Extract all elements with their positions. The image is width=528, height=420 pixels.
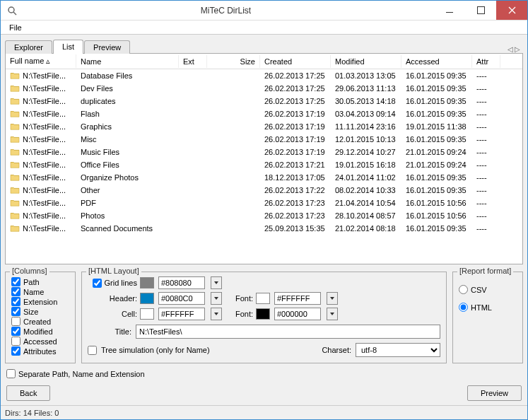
radio-html[interactable] bbox=[459, 303, 468, 312]
gridlines-swatch[interactable] bbox=[140, 277, 154, 288]
window-controls bbox=[434, 1, 527, 20]
chk-path[interactable] bbox=[11, 277, 20, 286]
cell-font-dropdown[interactable] bbox=[327, 308, 338, 320]
tabs-prev-icon[interactable]: ◁ bbox=[508, 45, 513, 53]
titlebar: MiTeC DirList bbox=[1, 1, 527, 21]
cell-font-swatch[interactable] bbox=[256, 308, 270, 320]
minimize-button[interactable] bbox=[434, 1, 465, 20]
folder-icon bbox=[10, 224, 20, 233]
chk-extension[interactable] bbox=[11, 297, 20, 306]
tabs-nav: ◁ ▷ bbox=[508, 45, 523, 53]
title-input[interactable] bbox=[136, 325, 440, 339]
back-button[interactable]: Back bbox=[6, 385, 50, 401]
list-body[interactable]: N:\TestFile...Database Files26.02.2013 1… bbox=[6, 69, 522, 264]
folder-icon bbox=[10, 173, 20, 182]
table-row[interactable]: N:\TestFile...Photos26.02.2013 17:2328.1… bbox=[6, 209, 522, 222]
table-row[interactable]: N:\TestFile...Graphics26.02.2013 17:1911… bbox=[6, 120, 522, 133]
maximize-button[interactable] bbox=[465, 1, 496, 20]
header-font-input[interactable] bbox=[274, 292, 321, 305]
svg-point-0 bbox=[8, 7, 14, 13]
tab-preview[interactable]: Preview bbox=[84, 40, 130, 54]
close-button[interactable] bbox=[496, 1, 527, 20]
col-size[interactable]: Size bbox=[207, 55, 260, 68]
folder-icon bbox=[10, 199, 20, 207]
chk-attributes[interactable] bbox=[11, 346, 20, 356]
header-font-swatch[interactable] bbox=[256, 293, 270, 304]
cell-font-input[interactable] bbox=[274, 308, 321, 320]
cell-swatch[interactable] bbox=[140, 308, 154, 320]
gridlines-color-input[interactable] bbox=[158, 276, 205, 289]
table-row[interactable]: N:\TestFile...Organize Photos18.12.2013 … bbox=[6, 171, 522, 184]
table-row[interactable]: N:\TestFile...Misc26.02.2013 17:1912.01.… bbox=[6, 133, 522, 146]
table-row[interactable]: N:\TestFile...Other26.02.2013 17:2208.02… bbox=[6, 184, 522, 197]
report-legend: [Report format] bbox=[457, 267, 513, 275]
chk-separate[interactable] bbox=[6, 369, 16, 378]
preview-button[interactable]: Preview bbox=[467, 385, 522, 401]
tab-explorer[interactable]: Explorer bbox=[5, 40, 52, 54]
cell-dropdown[interactable] bbox=[211, 308, 222, 320]
col-fullname[interactable]: Full name ▵ bbox=[6, 54, 76, 68]
app-icon bbox=[6, 5, 18, 16]
col-ext[interactable]: Ext bbox=[179, 55, 207, 68]
folder-icon bbox=[10, 211, 20, 220]
columns-fieldset: [Columns] Path Name Extension Size Creat… bbox=[5, 272, 76, 363]
table-row[interactable]: N:\TestFile...Music Files26.02.2013 17:1… bbox=[6, 146, 522, 158]
statusbar: Dirs: 14 Files: 0 bbox=[1, 405, 527, 419]
folder-icon bbox=[10, 135, 20, 144]
gridlines-dropdown[interactable] bbox=[211, 276, 222, 289]
col-created[interactable]: Created bbox=[260, 55, 331, 68]
columns-legend: [Columns] bbox=[10, 267, 49, 275]
header-dropdown[interactable] bbox=[211, 292, 222, 305]
status-text: Dirs: 14 Files: 0 bbox=[5, 409, 59, 417]
folder-icon bbox=[10, 84, 20, 93]
table-row[interactable]: N:\TestFile...PDF26.02.2013 17:2321.04.2… bbox=[6, 197, 522, 209]
table-row[interactable]: N:\TestFile...duplicates26.02.2013 17:25… bbox=[6, 95, 522, 107]
folder-icon bbox=[10, 161, 20, 169]
chk-gridlines[interactable] bbox=[93, 279, 102, 288]
report-format-fieldset: [Report format] CSV HTML bbox=[452, 272, 523, 363]
menubar: File bbox=[1, 21, 527, 35]
folder-icon bbox=[10, 110, 20, 118]
folder-icon bbox=[10, 148, 20, 156]
col-attr[interactable]: Attr bbox=[472, 55, 500, 68]
col-modified[interactable]: Modified bbox=[331, 55, 401, 68]
tabs-next-icon[interactable]: ▷ bbox=[515, 45, 520, 53]
cell-color-input[interactable] bbox=[158, 308, 205, 320]
table-row[interactable]: N:\TestFile...Scanned Documents25.09.201… bbox=[6, 222, 522, 235]
list-header: Full name ▵ Name Ext Size Created Modifi… bbox=[6, 54, 522, 69]
table-row[interactable]: N:\TestFile...Database Files26.02.2013 1… bbox=[6, 69, 522, 82]
folder-icon bbox=[10, 71, 20, 80]
table-row[interactable]: N:\TestFile...Dev Files26.02.2013 17:252… bbox=[6, 82, 522, 95]
folder-icon bbox=[10, 186, 20, 194]
html-layout-fieldset: [HTML Layout] Grid lines Header: Font: bbox=[81, 272, 447, 363]
header-font-dropdown[interactable] bbox=[327, 292, 338, 305]
col-accessed[interactable]: Accessed bbox=[401, 55, 472, 68]
folder-icon bbox=[10, 97, 20, 105]
chk-accessed[interactable] bbox=[11, 337, 20, 346]
header-swatch[interactable] bbox=[140, 293, 154, 304]
svg-line-1 bbox=[13, 12, 16, 15]
chk-modified[interactable] bbox=[11, 327, 20, 336]
tabs: Explorer List Preview ◁ ▷ bbox=[5, 37, 523, 53]
charset-select[interactable]: utf-8 bbox=[356, 343, 440, 357]
window-title: MiTeC DirList bbox=[18, 6, 434, 16]
chk-tree-sim[interactable] bbox=[88, 346, 97, 355]
radio-csv[interactable] bbox=[459, 285, 468, 294]
chk-created[interactable] bbox=[11, 317, 20, 326]
tab-list[interactable]: List bbox=[53, 40, 83, 54]
col-name[interactable]: Name bbox=[76, 55, 179, 68]
html-layout-legend: [HTML Layout] bbox=[86, 267, 141, 275]
header-color-input[interactable] bbox=[158, 292, 205, 305]
file-list: Full name ▵ Name Ext Size Created Modifi… bbox=[5, 53, 523, 264]
chk-name[interactable] bbox=[11, 287, 20, 296]
chk-size[interactable] bbox=[11, 307, 20, 316]
folder-icon bbox=[10, 122, 20, 131]
menu-file[interactable]: File bbox=[4, 22, 28, 33]
table-row[interactable]: N:\TestFile...Office Files26.02.2013 17:… bbox=[6, 158, 522, 171]
table-row[interactable]: N:\TestFile...Flash26.02.2013 17:1903.04… bbox=[6, 107, 522, 120]
